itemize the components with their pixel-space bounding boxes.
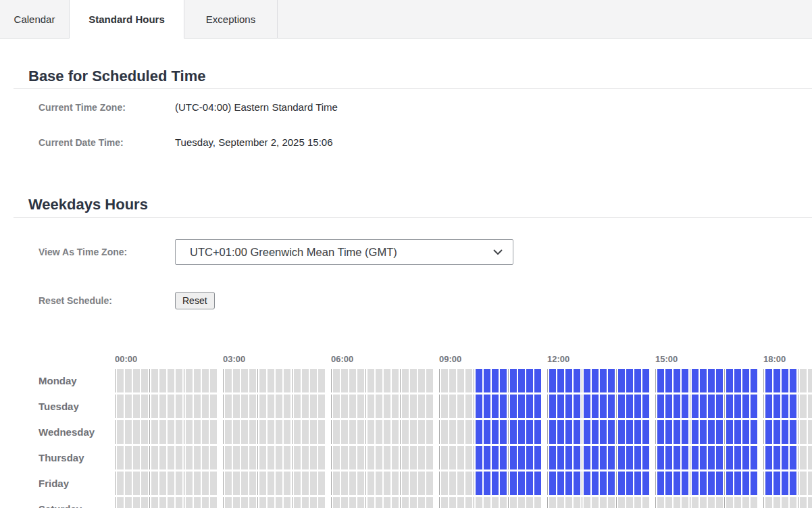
schedule-cell[interactable]: [751, 497, 757, 508]
schedule-cell[interactable]: [682, 395, 688, 418]
schedule-cell[interactable]: [700, 395, 707, 418]
schedule-cell[interactable]: [510, 420, 517, 444]
schedule-cell[interactable]: [284, 369, 290, 392]
schedule-cell[interactable]: [133, 497, 140, 508]
schedule-cell[interactable]: [751, 395, 757, 418]
schedule-cell[interactable]: [268, 369, 274, 392]
schedule-cell[interactable]: [492, 395, 499, 418]
schedule-cell[interactable]: [782, 420, 788, 444]
schedule-cell[interactable]: [618, 420, 625, 444]
schedule-cell[interactable]: [751, 420, 757, 444]
schedule-cell[interactable]: [125, 420, 132, 444]
schedule-cell[interactable]: [449, 395, 456, 418]
schedule-cell[interactable]: [241, 472, 248, 495]
schedule-cell[interactable]: [426, 472, 433, 495]
schedule-cell[interactable]: [141, 497, 148, 508]
schedule-cell[interactable]: [526, 369, 533, 392]
schedule-cell[interactable]: [634, 472, 641, 495]
schedule-cell[interactable]: [484, 497, 490, 508]
schedule-cell[interactable]: [626, 420, 633, 444]
schedule-cell[interactable]: [392, 420, 399, 444]
schedule-cell[interactable]: [626, 472, 633, 495]
schedule-cell[interactable]: [249, 395, 256, 418]
schedule-cell[interactable]: [574, 369, 580, 392]
schedule-cell[interactable]: [626, 395, 633, 418]
schedule-cell[interactable]: [376, 472, 382, 495]
schedule-cell[interactable]: [708, 395, 715, 418]
schedule-cell[interactable]: [592, 395, 599, 418]
schedule-cell[interactable]: [233, 472, 240, 495]
schedule-cell[interactable]: [600, 497, 607, 508]
schedule-cell[interactable]: [526, 497, 533, 508]
schedule-cell[interactable]: [249, 369, 256, 392]
schedule-cell[interactable]: [141, 369, 148, 392]
timezone-select[interactable]: UTC+01:00 Greenwich Mean Time (GMT): [175, 239, 513, 265]
schedule-cell[interactable]: [600, 472, 607, 495]
schedule-cell[interactable]: [510, 369, 517, 392]
schedule-cell[interactable]: [333, 446, 340, 469]
schedule-cell[interactable]: [241, 497, 248, 508]
schedule-cell[interactable]: [449, 369, 456, 392]
schedule-cell[interactable]: [194, 472, 201, 495]
schedule-cell[interactable]: [276, 369, 282, 392]
schedule-cell[interactable]: [349, 420, 356, 444]
schedule-cell[interactable]: [202, 446, 209, 469]
schedule-cell[interactable]: [392, 446, 399, 469]
schedule-cell[interactable]: [176, 446, 182, 469]
schedule-cell[interactable]: [249, 446, 256, 469]
schedule-cell[interactable]: [168, 472, 174, 495]
schedule-cell[interactable]: [765, 420, 772, 444]
schedule-cell[interactable]: [634, 446, 641, 469]
schedule-cell[interactable]: [592, 497, 599, 508]
schedule-cell[interactable]: [549, 446, 556, 469]
schedule-cell[interactable]: [484, 472, 490, 495]
schedule-cell[interactable]: [584, 369, 590, 392]
schedule-cell[interactable]: [674, 446, 680, 469]
schedule-cell[interactable]: [151, 395, 158, 418]
schedule-cell[interactable]: [318, 446, 325, 469]
schedule-cell[interactable]: [302, 497, 309, 508]
schedule-cell[interactable]: [125, 497, 132, 508]
schedule-cell[interactable]: [782, 395, 788, 418]
schedule-cell[interactable]: [294, 446, 301, 469]
schedule-cell[interactable]: [367, 446, 374, 469]
schedule-cell[interactable]: [665, 472, 672, 495]
schedule-cell[interactable]: [634, 369, 641, 392]
schedule-cell[interactable]: [557, 472, 564, 495]
schedule-cell[interactable]: [465, 369, 472, 392]
schedule-cell[interactable]: [225, 420, 232, 444]
schedule-cell[interactable]: [674, 497, 680, 508]
schedule-cell[interactable]: [367, 497, 374, 508]
schedule-cell[interactable]: [526, 446, 533, 469]
schedule-cell[interactable]: [700, 420, 707, 444]
schedule-cell[interactable]: [734, 420, 741, 444]
schedule-cell[interactable]: [526, 420, 533, 444]
schedule-cell[interactable]: [584, 395, 590, 418]
schedule-cell[interactable]: [476, 446, 482, 469]
schedule-cell[interactable]: [259, 472, 266, 495]
schedule-cell[interactable]: [168, 395, 174, 418]
schedule-cell[interactable]: [682, 497, 688, 508]
schedule-cell[interactable]: [186, 446, 193, 469]
schedule-cell[interactable]: [176, 369, 182, 392]
schedule-cell[interactable]: [692, 369, 699, 392]
schedule-cell[interactable]: [349, 446, 356, 469]
schedule-cell[interactable]: [642, 369, 649, 392]
schedule-cell[interactable]: [476, 497, 482, 508]
schedule-cell[interactable]: [790, 497, 796, 508]
schedule-cell[interactable]: [376, 369, 382, 392]
schedule-cell[interactable]: [608, 395, 615, 418]
schedule-cell[interactable]: [376, 446, 382, 469]
schedule-cell[interactable]: [708, 446, 715, 469]
schedule-cell[interactable]: [773, 395, 780, 418]
schedule-cell[interactable]: [565, 446, 572, 469]
schedule-cell[interactable]: [716, 446, 723, 469]
schedule-cell[interactable]: [284, 420, 290, 444]
schedule-cell[interactable]: [457, 497, 464, 508]
schedule-cell[interactable]: [642, 472, 649, 495]
schedule-cell[interactable]: [549, 420, 556, 444]
schedule-cell[interactable]: [125, 472, 132, 495]
schedule-cell[interactable]: [418, 446, 425, 469]
schedule-cell[interactable]: [674, 420, 680, 444]
schedule-cell[interactable]: [642, 497, 649, 508]
